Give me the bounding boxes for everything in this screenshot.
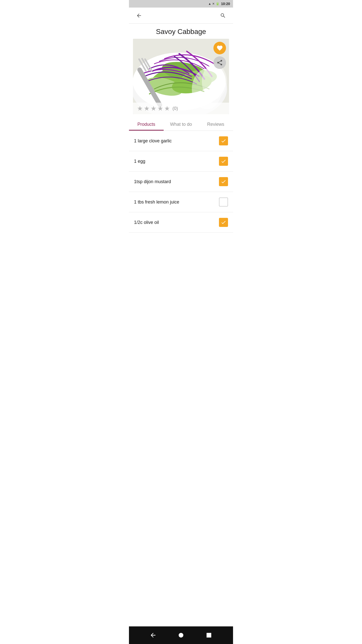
ingredient-name: 1 egg (134, 159, 145, 164)
top-nav (129, 8, 233, 24)
ingredient-checkbox-1[interactable] (219, 136, 228, 145)
search-button[interactable] (218, 11, 228, 21)
ingredient-checkbox-3[interactable] (219, 177, 228, 186)
bottom-nav (129, 626, 233, 644)
star-5[interactable]: ★ (164, 105, 170, 112)
nav-home-button[interactable] (175, 630, 187, 641)
status-time: 10:20 (221, 2, 230, 6)
star-2[interactable]: ★ (144, 105, 150, 112)
tab-what-to-do[interactable]: What to do (164, 117, 198, 131)
star-1[interactable]: ★ (137, 105, 143, 112)
svg-point-13 (202, 64, 227, 99)
ingredient-item: 1 large clove garlic (129, 131, 233, 151)
image-actions (213, 42, 226, 69)
ingredient-checkbox-2[interactable] (219, 157, 228, 166)
nav-back-button[interactable] (148, 630, 159, 641)
nav-recent-button[interactable] (203, 630, 214, 641)
ingredient-checkbox-4[interactable] (219, 197, 228, 207)
rating-bar: ★ ★ ★ ★ ★ (0) (133, 103, 229, 114)
ingredient-checkbox-5[interactable] (219, 218, 228, 227)
tab-reviews[interactable]: Reviews (198, 117, 233, 131)
ingredient-name: 1/2c olive oil (134, 220, 159, 225)
ingredient-list: 1 large clove garlic 1 egg 1tsp dijon mu… (129, 131, 233, 626)
battery-icon: 🔋 (216, 2, 219, 6)
svg-point-14 (179, 633, 184, 638)
share-button[interactable] (213, 56, 226, 69)
tab-products[interactable]: Products (129, 117, 164, 131)
recipe-image-container: ★ ★ ★ ★ ★ (0) (133, 39, 229, 114)
wifi-icon: ▲ (208, 2, 211, 6)
ingredient-name: 1 large clove garlic (134, 138, 172, 144)
star-4[interactable]: ★ (157, 105, 163, 112)
status-bar: ▲ ✕ 🔋 10:20 (129, 0, 233, 8)
svg-rect-15 (207, 633, 211, 638)
status-icons: ▲ ✕ 🔋 (208, 2, 219, 6)
back-button[interactable] (134, 11, 144, 21)
rating-count: (0) (172, 106, 178, 111)
signal-icon: ✕ (212, 2, 215, 6)
favorite-button[interactable] (213, 42, 226, 54)
ingredient-name: 1 tbs fresh lemon juice (134, 199, 179, 205)
ingredient-item: 1 tbs fresh lemon juice (129, 192, 233, 212)
ingredient-item: 1/2c olive oil (129, 212, 233, 233)
star-3[interactable]: ★ (151, 105, 156, 112)
ingredient-name: 1tsp dijon mustard (134, 179, 171, 184)
tabs-container: Products What to do Reviews (129, 117, 233, 131)
ingredient-item: 1 egg (129, 151, 233, 172)
recipe-title: Savoy Cabbage (129, 24, 233, 39)
ingredient-item: 1tsp dijon mustard (129, 172, 233, 192)
